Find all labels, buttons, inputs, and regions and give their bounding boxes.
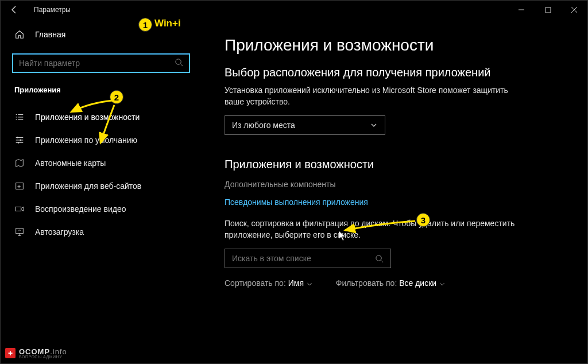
watermark-icon: + [5, 348, 16, 358]
sidebar-item-offline-maps[interactable]: Автономные карты [1, 152, 202, 175]
sidebar-item-startup[interactable]: Автозагрузка [1, 220, 202, 243]
svg-point-4 [176, 59, 181, 64]
arrow-left-icon [10, 5, 19, 14]
search-field[interactable] [19, 59, 175, 68]
sidebar-item-default-apps[interactable]: Приложения по умолчанию [1, 129, 202, 152]
sidebar-item-label: Приложения и возможности [35, 113, 140, 122]
filter-value: Все диски [399, 278, 436, 288]
anno-badge-1: 1 [138, 18, 152, 32]
close-button[interactable] [561, 1, 587, 19]
section2-title: Приложения и возможности [225, 158, 564, 171]
svg-point-15 [17, 137, 18, 138]
search-icon [175, 58, 183, 69]
filter-control[interactable]: Фильтровать по: Все диски [336, 278, 446, 288]
chevron-down-icon [439, 281, 446, 288]
search-icon [375, 254, 384, 263]
aliases-link[interactable]: Псевдонимы выполнения приложения [225, 198, 368, 207]
svg-rect-18 [16, 183, 24, 189]
defaults-icon [14, 135, 25, 145]
svg-line-26 [381, 260, 383, 262]
sidebar-item-apps-features[interactable]: Приложения и возможности [1, 106, 202, 129]
sidebar-section-label: Приложения [1, 81, 202, 98]
sort-label: Сортировать по: [225, 278, 286, 288]
titlebar: Параметры [1, 1, 587, 19]
dropdown-value: Из любого места [232, 121, 295, 130]
anno-badge-2: 2 [110, 90, 123, 104]
source-dropdown[interactable]: Из любого места [225, 115, 385, 135]
filter-label: Фильтровать по: [336, 278, 397, 288]
app-search-input[interactable] [225, 249, 391, 268]
sidebar-item-label: Приложения по умолчанию [35, 135, 137, 145]
svg-point-16 [20, 140, 21, 141]
list-icon [14, 112, 25, 122]
sort-value: Имя [288, 278, 304, 288]
sidebar-item-label: Приложения для веб-сайтов [35, 181, 141, 191]
chevron-down-icon [306, 281, 313, 288]
sidebar-item-video[interactable]: Воспроизведение видео [1, 198, 202, 220]
video-icon [14, 204, 25, 214]
svg-point-25 [376, 255, 381, 261]
startup-icon [14, 227, 25, 237]
svg-rect-22 [16, 229, 24, 234]
optional-features-link[interactable]: Дополнительные компоненты [225, 180, 336, 189]
anno-label-1: Win+i [154, 18, 181, 29]
watermark: + OCOMP.info ВОПРОСЫ АДМИНУ [5, 347, 67, 359]
svg-rect-21 [16, 207, 21, 211]
svg-line-5 [180, 64, 183, 66]
svg-point-17 [18, 142, 20, 144]
sidebar-item-websites[interactable]: Приложения для веб-сайтов [1, 175, 202, 198]
chevron-down-icon [370, 121, 378, 129]
sort-control[interactable]: Сортировать по: Имя [225, 278, 313, 288]
search-input[interactable] [12, 53, 190, 73]
minimize-icon [518, 6, 525, 13]
minimize-button[interactable] [508, 1, 535, 19]
sidebar-home-label: Главная [35, 30, 65, 39]
watermark-sub: ВОПРОСЫ АДМИНУ [19, 355, 67, 359]
sidebar-item-label: Автономные карты [35, 158, 106, 168]
sidebar-item-label: Автозагрузка [35, 227, 84, 237]
maximize-button[interactable] [535, 1, 561, 19]
app-search-field[interactable] [232, 254, 375, 263]
map-icon [14, 158, 25, 168]
maximize-icon [545, 7, 551, 13]
home-icon [14, 29, 25, 40]
close-icon [571, 6, 578, 13]
sidebar: Главная Приложения Приложения и возможно… [1, 19, 202, 363]
svg-rect-1 [546, 7, 551, 13]
back-button[interactable] [5, 1, 24, 19]
anno-badge-3: 3 [416, 213, 430, 227]
main-content: Приложения и возможности Выбор расположе… [202, 19, 587, 363]
filter-description: Поиск, сортировка и фильтрация по дискам… [225, 218, 523, 241]
page-title: Приложения и возможности [225, 36, 564, 55]
section-description: Установка приложений исключительно из Mi… [225, 85, 523, 107]
sidebar-item-label: Воспроизведение видео [35, 204, 126, 214]
section-title: Выбор расположения для получения приложе… [225, 66, 564, 79]
window-title: Параметры [34, 6, 71, 14]
website-icon [14, 181, 25, 191]
